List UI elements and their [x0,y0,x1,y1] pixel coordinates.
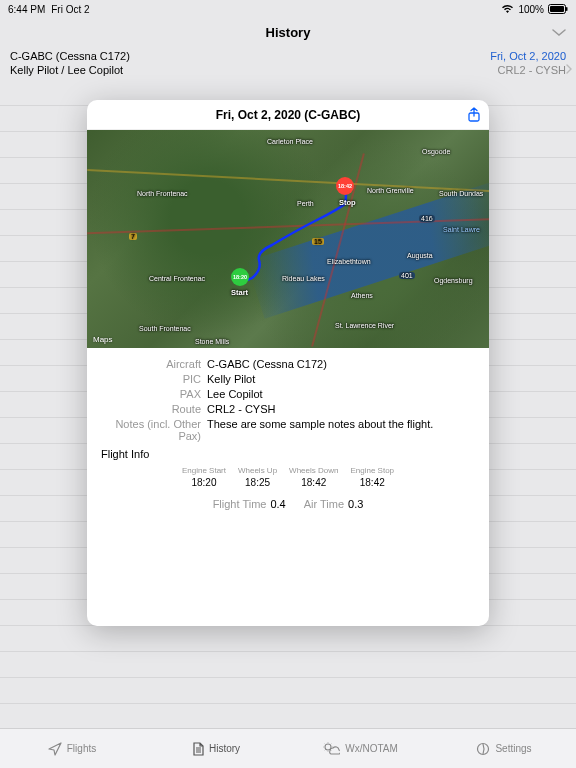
start-marker[interactable]: 18:20 [231,268,249,286]
maps-attribution: Maps [93,334,113,344]
document-icon [192,742,204,756]
tab-settings[interactable]: Settings [432,729,576,768]
svg-rect-2 [566,7,568,11]
status-time: 6:44 PM [8,4,45,15]
status-bar: 6:44 PM Fri Oct 2 100% [0,0,576,18]
start-marker-label: Start [231,288,248,297]
time-wheels-up: 18:25 [238,477,277,488]
tab-wx-notam[interactable]: Wx/NOTAM [288,729,432,768]
detail-pax: Lee Copilot [207,388,263,400]
detail-label: PIC [99,373,207,385]
tab-label: History [209,743,240,754]
time-header: Engine Start [182,466,226,475]
list-route: CRL2 - CYSH [498,64,566,76]
summary-air-time: 0.3 [348,498,363,510]
stop-marker-label: Stop [339,198,356,207]
nav-bar: History [0,18,576,46]
time-header: Wheels Down [289,466,338,475]
tab-label: Settings [495,743,531,754]
list-crew: Kelly Pilot / Lee Copilot [10,64,123,76]
chevron-right-icon [566,64,572,76]
flight-summary: Flight Time0.4 Air Time0.3 [99,498,477,510]
detail-pic: Kelly Pilot [207,373,255,385]
time-engine-stop: 18:42 [350,477,394,488]
stop-marker[interactable]: 18:42 [336,177,354,195]
detail-label: PAX [99,388,207,400]
time-wheels-down: 18:42 [289,477,338,488]
tab-history[interactable]: History [144,729,288,768]
flight-times: Engine Start18:20 Wheels Up18:25 Wheels … [99,466,477,488]
detail-label: Aircraft [99,358,207,370]
detail-route: CRL2 - CYSH [207,403,275,415]
flight-detail-card: Fri, Oct 2, 2020 (C-GABC) Carleton Place… [87,100,489,626]
share-button[interactable] [467,107,481,123]
flight-route-line [87,130,489,348]
summary-label: Flight Time [213,498,267,510]
summary-flight-time: 0.4 [270,498,285,510]
battery-icon [548,4,568,14]
tab-flights[interactable]: Flights [0,729,144,768]
detail-label: Notes (incl. Other Pax) [99,418,207,442]
status-date: Fri Oct 2 [51,4,89,15]
detail-label: Route [99,403,207,415]
detail-notes: These are some sample notes about the fl… [207,418,433,442]
page-title: History [266,25,311,40]
list-date: Fri, Oct 2, 2020 [490,50,566,62]
time-header: Wheels Up [238,466,277,475]
flight-details: AircraftC-GABC (Cessna C172) PICKelly Pi… [87,348,489,514]
time-header: Engine Stop [350,466,394,475]
time-engine-start: 18:20 [182,477,226,488]
battery-percent: 100% [518,4,544,15]
summary-label: Air Time [304,498,344,510]
tab-label: Wx/NOTAM [345,743,398,754]
svg-rect-1 [550,6,564,12]
list-aircraft: C-GABC (Cessna C172) [10,50,130,62]
tab-label: Flights [67,743,96,754]
card-header: Fri, Oct 2, 2020 (C-GABC) [87,100,489,130]
location-arrow-icon [48,742,62,756]
detail-aircraft: C-GABC (Cessna C172) [207,358,327,370]
wifi-icon [501,4,514,14]
gear-icon [476,742,490,756]
weather-icon [322,742,340,756]
chevron-down-icon[interactable] [552,23,566,41]
flight-map[interactable]: Carleton Place Osgoode North Grenville P… [87,130,489,348]
card-title: Fri, Oct 2, 2020 (C-GABC) [216,108,361,122]
flight-info-section-title: Flight Info [101,448,477,460]
tab-bar: Flights History Wx/NOTAM Settings [0,728,576,768]
